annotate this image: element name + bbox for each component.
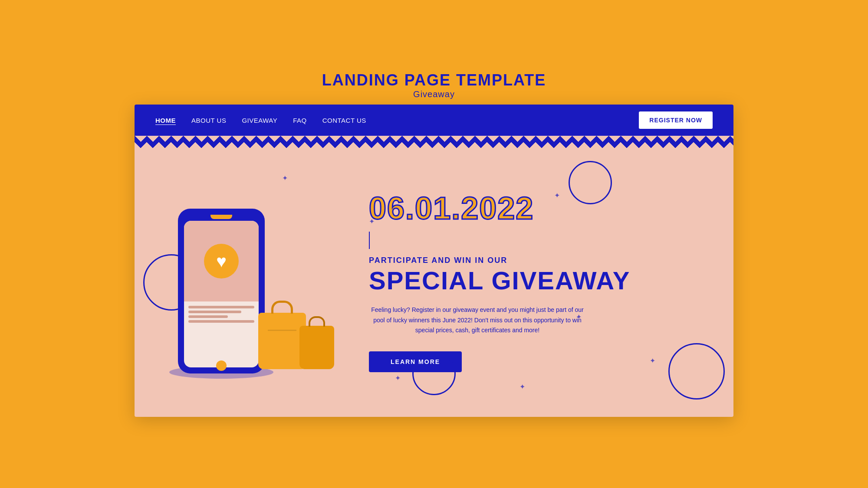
text-line-3 — [188, 315, 228, 318]
page-wrapper: LANDING PAGE TEMPLATE Giveaway HOME ABOU… — [0, 0, 868, 488]
text-line-2 — [188, 311, 241, 313]
phone-text-lines — [184, 301, 259, 327]
deco-circle-bottom-center — [412, 352, 456, 395]
heart-icon: ♥ — [216, 252, 227, 270]
navbar: HOME ABOUT US GIVEAWAY FAQ CONTACT US RE… — [135, 105, 733, 136]
page-card: HOME ABOUT US GIVEAWAY FAQ CONTACT US RE… — [135, 105, 733, 417]
bag-container — [263, 313, 334, 369]
hero-section: ✦ ✦ ✦ ✦ ✦ ✦ ✦ ✦ ♥ — [135, 148, 733, 417]
sparkle-2: ✦ — [369, 217, 375, 226]
shopping-bag-small — [299, 326, 334, 369]
phone-screen: ♥ — [184, 221, 259, 367]
phone-heart-area: ♥ — [184, 221, 259, 301]
phone-home-button — [216, 360, 227, 371]
date-divider — [369, 232, 370, 249]
nav-links: HOME ABOUT US GIVEAWAY FAQ CONTACT US — [155, 117, 639, 124]
page-subtitle: Giveaway — [322, 89, 546, 99]
register-now-button[interactable]: REGISTER NOW — [639, 111, 713, 129]
top-label-section: LANDING PAGE TEMPLATE Giveaway — [322, 71, 546, 99]
phone-notch — [210, 215, 232, 219]
phone-illustration: ♥ — [178, 209, 265, 373]
phone-body: ♥ — [178, 209, 265, 373]
hero-illustration: ♥ — [161, 178, 343, 386]
heart-circle: ♥ — [204, 244, 239, 278]
deco-circle-top-right — [569, 161, 612, 204]
hero-description: Feeling lucky? Register in our giveaway … — [369, 305, 586, 336]
deco-circle-bottom-right — [668, 343, 725, 400]
sparkle-7: ✦ — [576, 313, 582, 321]
zigzag-divider — [135, 136, 733, 148]
sparkle-5: ✦ — [650, 357, 655, 365]
sparkle-3: ✦ — [554, 191, 560, 200]
bag-handle-small — [309, 316, 325, 327]
nav-link-faq[interactable]: FAQ — [293, 117, 307, 124]
shopping-bag-large — [258, 313, 306, 369]
bag-line-large — [268, 330, 296, 331]
participate-text: PARTICIPATE AND WIN IN OUR — [369, 256, 507, 265]
sparkle-4: ✦ — [395, 374, 401, 382]
nav-link-about[interactable]: ABOUT US — [191, 117, 226, 124]
text-line-1 — [188, 306, 254, 308]
hero-content: 06.01.2022 PARTICIPATE AND WIN IN OUR SP… — [343, 193, 699, 372]
event-date: 06.01.2022 — [369, 193, 534, 224]
bag-handle-large — [271, 301, 293, 314]
giveaway-title: SPECIAL GIVEAWAY — [369, 267, 631, 295]
sparkle-8: ✦ — [519, 383, 525, 391]
page-title: LANDING PAGE TEMPLATE — [322, 71, 546, 89]
text-line-4 — [188, 320, 254, 323]
nav-link-giveaway[interactable]: GIVEAWAY — [242, 117, 277, 124]
nav-link-contact[interactable]: CONTACT US — [322, 117, 366, 124]
nav-link-home[interactable]: HOME — [155, 117, 176, 124]
